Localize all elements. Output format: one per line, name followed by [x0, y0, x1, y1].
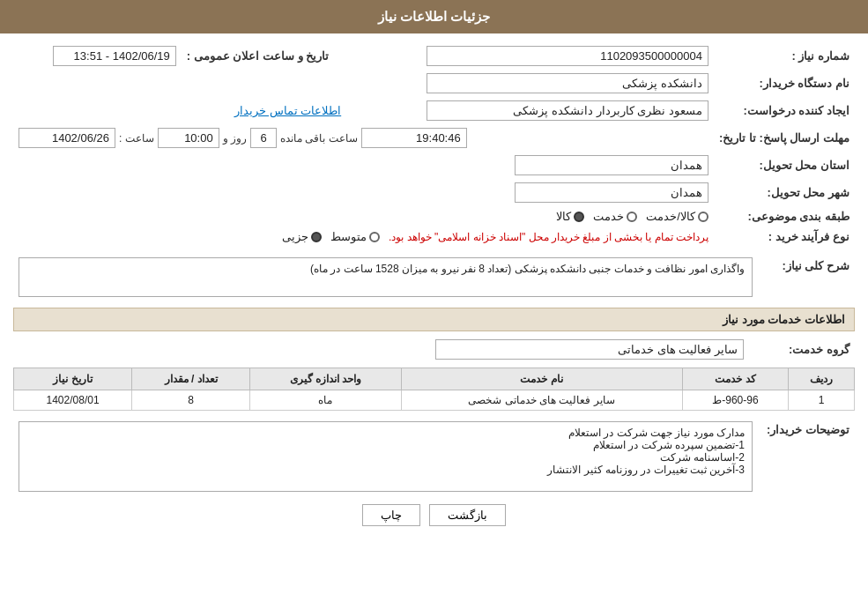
- radio-icon: [698, 212, 708, 222]
- table-header-row: ردیف کد خدمت نام خدمت واحد اندازه گیری ت…: [14, 368, 855, 390]
- subject-label: طبقه بندی موضوعی:: [714, 206, 855, 227]
- need-desc-value: واگذاری امور نظافت و خدمات جنبی دانشکده …: [19, 257, 753, 297]
- process-option-label: متوسط: [330, 230, 367, 243]
- col-row: ردیف: [789, 368, 855, 390]
- announce-value: 1402/06/19 - 13:51: [53, 46, 176, 66]
- countdown-label: ساعت باقی مانده: [280, 132, 358, 145]
- service-group-label: گروه خدمت:: [749, 336, 855, 363]
- row-subject: طبقه بندی موضوعی: کالا/خدمت خدمت: [13, 206, 855, 227]
- radio-icon-checked: [311, 232, 322, 242]
- radio-icon: [627, 212, 637, 222]
- announce-label: تاریخ و ساعت اعلان عمومی :: [182, 42, 346, 70]
- days-label: روز و: [223, 132, 247, 145]
- need-desc-table: شرح کلی نیاز: واگذاری امور نظافت و خدمات…: [13, 254, 855, 301]
- subject-option-service[interactable]: خدمت: [593, 210, 637, 223]
- cell-name: سایر فعالیت های خدماتی شخصی: [401, 390, 682, 411]
- cell-date: 1402/08/01: [14, 390, 132, 411]
- table-header: ردیف کد خدمت نام خدمت واحد اندازه گیری ت…: [14, 368, 855, 390]
- content-area: شماره نیاز : 1102093500000004 تاریخ و سا…: [0, 33, 868, 544]
- creator-value: مسعود نظری کاربردار دانشکده پزشکی: [427, 100, 708, 121]
- info-table: شماره نیاز : 1102093500000004 تاریخ و سا…: [13, 42, 855, 247]
- buttons-row: بازگشت چاپ: [13, 504, 855, 526]
- subject-option-label: کالا: [556, 210, 571, 223]
- row-city: شهر محل تحویل: همدان: [13, 179, 855, 206]
- cell-row: 1: [789, 390, 855, 411]
- cell-qty: 8: [132, 390, 250, 411]
- province-value: همدان: [515, 155, 708, 175]
- page-wrapper: جزئیات اطلاعات نیاز شماره نیاز : 1102093…: [0, 0, 868, 609]
- col-date: تاریخ نیاز: [14, 368, 132, 390]
- need-number-value: 1102093500000004: [427, 46, 708, 66]
- buyer-name-value: دانشکده پزشکی: [427, 73, 708, 93]
- time-label: ساعت :: [119, 132, 154, 145]
- page-header: جزئیات اطلاعات نیاز: [0, 0, 868, 33]
- process-option-label: جزیی: [282, 230, 308, 243]
- row-need-number: شماره نیاز : 1102093500000004 تاریخ و سا…: [13, 42, 855, 70]
- row-process: نوع فرآیند خرید : پرداخت تمام یا بخشی از…: [13, 227, 855, 247]
- radio-icon: [369, 232, 380, 242]
- service-group-table: گروه خدمت: سایر فعالیت های خدماتی: [13, 336, 855, 363]
- city-label: شهر محل تحویل:: [714, 179, 855, 206]
- col-name: نام خدمت: [401, 368, 682, 390]
- province-label: استان محل تحویل:: [714, 152, 855, 179]
- process-radio-group: پرداخت تمام یا بخشی از مبلغ خریدار محل "…: [19, 230, 708, 243]
- row-send-deadline: مهلت ارسال پاسخ: تا تاریخ: 19:40:46 ساعت…: [13, 124, 855, 152]
- buyer-notes-table: توضیحات خریدار: مدارک مورد نیاز جهت شرکت…: [13, 418, 855, 495]
- process-note: پرداخت تمام یا بخشی از مبلغ خریدار محل "…: [389, 231, 708, 243]
- send-deadline-date: 1402/06/26: [19, 128, 115, 148]
- process-label: نوع فرآیند خرید :: [714, 227, 855, 247]
- deadline-row: 19:40:46 ساعت باقی مانده 6 روز و 10:00 س…: [19, 128, 708, 148]
- buyer-notes-value: مدارک مورد نیاز جهت شرکت در استعلام 1-تض…: [19, 421, 753, 492]
- service-group-value: سایر فعالیت های خدماتی: [435, 339, 744, 360]
- print-button[interactable]: چاپ: [362, 504, 420, 526]
- services-section-title: اطلاعات خدمات مورد نیاز: [13, 308, 855, 331]
- col-qty: تعداد / مقدار: [132, 368, 250, 390]
- cell-unit: ماه: [250, 390, 402, 411]
- send-deadline-time: 10:00: [158, 128, 219, 148]
- contact-link[interactable]: اطلاعات تماس خریدار: [234, 104, 341, 117]
- subject-option-service-goods[interactable]: کالا/خدمت: [646, 210, 708, 223]
- page-title: جزئیات اطلاعات نیاز: [378, 9, 490, 24]
- row-buyer-notes: توضیحات خریدار: مدارک مورد نیاز جهت شرکت…: [13, 418, 855, 495]
- creator-label: ایجاد کننده درخواست:: [714, 97, 855, 124]
- row-creator: ایجاد کننده درخواست: مسعود نظری کاربردار…: [13, 97, 855, 124]
- row-need-desc: شرح کلی نیاز: واگذاری امور نظافت و خدمات…: [13, 254, 855, 301]
- buyer-notes-label: توضیحات خریدار:: [758, 418, 855, 495]
- need-number-label: شماره نیاز :: [714, 42, 855, 70]
- subject-option-goods[interactable]: کالا: [556, 210, 584, 223]
- col-unit: واحد اندازه گیری: [250, 368, 402, 390]
- process-option-small[interactable]: جزیی: [282, 230, 322, 243]
- need-desc-label: شرح کلی نیاز:: [758, 254, 855, 301]
- process-option-medium[interactable]: متوسط: [330, 230, 380, 243]
- city-value: همدان: [515, 182, 708, 203]
- table-body: 1 960-96-ط سایر فعالیت های خدماتی شخصی م…: [14, 390, 855, 411]
- back-button[interactable]: بازگشت: [429, 504, 506, 526]
- send-deadline-days: 6: [250, 128, 277, 148]
- row-buyer-name: نام دستگاه خریدار: دانشکده پزشکی: [13, 70, 855, 97]
- cell-code: 960-96-ط: [682, 390, 789, 411]
- row-province: استان محل تحویل: همدان: [13, 152, 855, 179]
- radio-icon-checked: [574, 212, 584, 222]
- buyer-name-label: نام دستگاه خریدار:: [714, 70, 855, 97]
- row-service-group: گروه خدمت: سایر فعالیت های خدماتی: [13, 336, 855, 363]
- services-data-table: ردیف کد خدمت نام خدمت واحد اندازه گیری ت…: [13, 368, 855, 411]
- send-deadline-countdown: 19:40:46: [361, 128, 467, 148]
- subject-option-label: کالا/خدمت: [646, 210, 695, 223]
- table-row: 1 960-96-ط سایر فعالیت های خدماتی شخصی م…: [14, 390, 855, 411]
- subject-radio-group: کالا/خدمت خدمت کالا: [19, 210, 708, 223]
- send-deadline-label: مهلت ارسال پاسخ: تا تاریخ:: [714, 124, 855, 152]
- col-code: کد خدمت: [682, 368, 789, 390]
- subject-option-label: خدمت: [593, 210, 624, 223]
